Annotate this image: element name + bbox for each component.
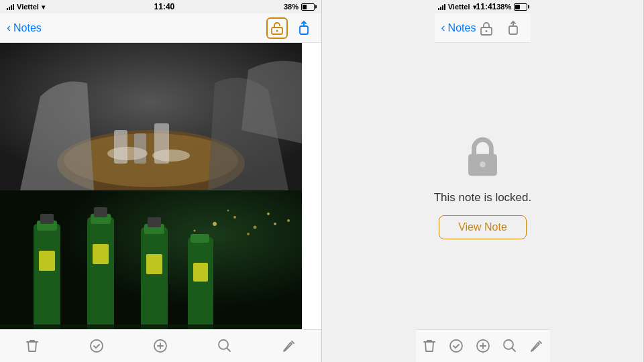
wifi-icon-left: ▾: [42, 3, 45, 11]
add-button-left[interactable]: [147, 333, 174, 359]
share-button-right[interactable]: [502, 17, 524, 39]
left-panel: Viettel ▾ 11:40 38% ‹ Notes: [0, 0, 322, 362]
add-icon-right: [476, 339, 490, 353]
delete-button-right[interactable]: [416, 333, 443, 359]
trash-icon-right: [422, 338, 437, 354]
carrier-label-right: Viettel: [448, 3, 470, 11]
svg-rect-26: [87, 217, 114, 329]
delete-button-left[interactable]: [19, 333, 46, 359]
photo-1-image: [0, 43, 302, 190]
battery-icon-left: [301, 3, 315, 11]
locked-message: This note is locked.: [434, 191, 532, 204]
battery-icon-right: [514, 3, 527, 11]
photo-grid: [0, 43, 321, 329]
svg-point-16: [267, 213, 270, 215]
svg-rect-36: [193, 263, 208, 282]
svg-rect-34: [188, 237, 213, 329]
svg-point-10: [107, 147, 148, 160]
svg-point-14: [233, 216, 236, 219]
status-bar-right: Viettel ▾ 11:41 38%: [431, 0, 535, 13]
lock-icon-right-nav: [480, 21, 493, 36]
back-button-left[interactable]: ‹ Notes: [7, 21, 42, 35]
add-icon-left: [153, 339, 168, 353]
check-circle-icon-right: [449, 339, 464, 353]
right-panel: Viettel ▾ 11:41 38% ‹ Notes: [322, 0, 644, 362]
svg-rect-29: [93, 244, 109, 264]
svg-rect-43: [509, 26, 517, 34]
svg-point-45: [480, 161, 486, 167]
share-button-left[interactable]: [293, 17, 315, 39]
svg-point-21: [287, 219, 290, 222]
svg-point-20: [247, 233, 250, 235]
chevron-right-back-icon: ‹: [441, 21, 445, 35]
svg-point-1: [276, 29, 278, 32]
check-circle-icon-left: [89, 339, 104, 353]
notes-content-left: [0, 43, 321, 329]
svg-point-42: [486, 30, 488, 32]
svg-rect-24: [40, 214, 54, 224]
bottom-toolbar-left: [0, 329, 321, 362]
svg-point-46: [450, 340, 462, 352]
time-right: 11:41: [476, 2, 497, 11]
check-button-left[interactable]: [83, 333, 110, 359]
svg-rect-35: [191, 234, 209, 243]
search-icon-left: [217, 339, 232, 353]
unlock-button[interactable]: [266, 17, 288, 39]
compose-button-right[interactable]: [523, 333, 550, 359]
signal-icon-right: [438, 3, 445, 10]
locked-note-area: This note is locked. View Note: [434, 43, 532, 329]
photo-2-image: [0, 190, 302, 329]
view-note-button[interactable]: View Note: [439, 215, 527, 239]
back-button-right[interactable]: ‹ Notes: [441, 21, 476, 35]
carrier-label-left: Viettel: [17, 3, 39, 11]
lock-icon-large: [459, 133, 506, 180]
signal-icon: [7, 3, 14, 10]
svg-rect-25: [39, 251, 55, 271]
svg-point-13: [213, 222, 217, 226]
svg-point-15: [254, 226, 257, 229]
compose-icon-right: [529, 339, 544, 353]
search-icon-right: [502, 339, 517, 353]
svg-point-17: [194, 230, 196, 232]
back-label-left: Notes: [13, 22, 42, 34]
photo-1: [0, 43, 321, 190]
compose-icon-left: [282, 339, 297, 353]
svg-point-18: [274, 223, 276, 225]
battery-percent-right: 38%: [496, 3, 511, 11]
nav-bar-right: ‹ Notes: [435, 13, 531, 43]
bottom-toolbar-right: [416, 329, 550, 362]
svg-rect-30: [141, 227, 168, 329]
share-icon-right: [507, 21, 519, 36]
chevron-left-icon: ‹: [7, 21, 11, 35]
svg-point-38: [91, 340, 103, 352]
nav-bar-left: ‹ Notes: [0, 13, 321, 43]
svg-rect-22: [34, 224, 60, 329]
status-left-right: Viettel ▾: [438, 3, 476, 11]
search-button-right[interactable]: [496, 333, 523, 359]
share-icon-left: [298, 21, 310, 36]
search-button-left[interactable]: [211, 333, 238, 359]
svg-rect-2: [300, 26, 308, 34]
svg-rect-28: [94, 207, 107, 217]
status-right-right: 38%: [496, 3, 527, 11]
back-label-right: Notes: [448, 22, 476, 34]
nav-actions-left: [266, 17, 315, 39]
unlock-icon: [271, 21, 283, 35]
status-bar-left: Viettel ▾ 11:40 38%: [0, 0, 321, 13]
svg-rect-37: [0, 324, 302, 329]
status-right-left: 38%: [284, 3, 315, 11]
time-left: 11:40: [154, 2, 175, 11]
lock-svg-large: [464, 137, 501, 177]
svg-rect-32: [148, 217, 161, 227]
battery-percent-left: 38%: [284, 3, 299, 11]
check-button-right[interactable]: [443, 333, 470, 359]
svg-rect-33: [146, 254, 162, 274]
photo-2: [0, 190, 321, 329]
add-button-right[interactable]: [470, 333, 496, 359]
lock-button-right[interactable]: [476, 17, 497, 39]
trash-icon-left: [25, 338, 40, 354]
compose-button-left[interactable]: [276, 333, 303, 359]
svg-point-11: [152, 149, 190, 162]
status-left-left: Viettel ▾: [7, 3, 45, 11]
nav-actions-right: [476, 17, 524, 39]
